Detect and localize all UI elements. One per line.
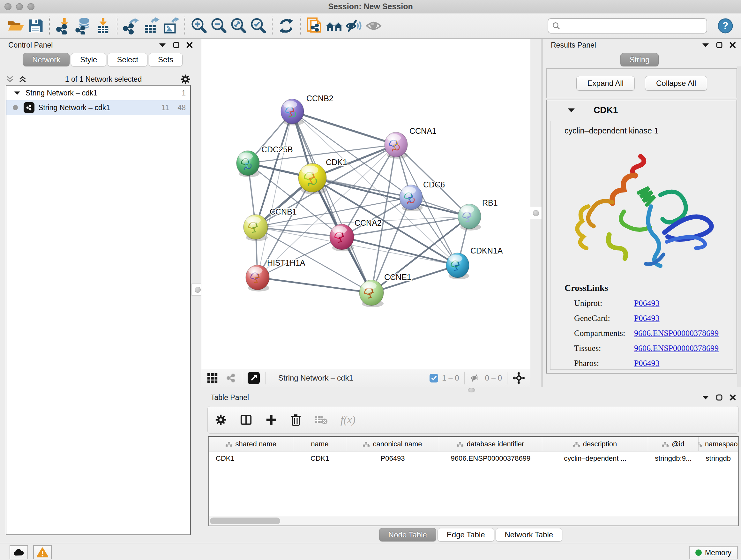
collapse-all-icon[interactable] [6,75,14,83]
edge-CCNB2-CCNA1[interactable] [292,111,396,145]
column-header-database-identifier[interactable]: database identifier [439,437,542,451]
clone-network-button[interactable] [305,16,324,36]
table-options-gear-icon[interactable] [215,414,227,426]
node-CCNA1[interactable] [385,132,408,159]
column-header-@id[interactable]: @id [648,437,698,451]
column-header-canonical-name[interactable]: canonical name [346,437,439,451]
function-builder-icon[interactable]: f(x) [340,414,355,426]
table-cell[interactable]: CDK1 [209,451,293,465]
search-box[interactable] [548,18,707,34]
table-hscrollbar[interactable] [209,516,738,525]
table-float-icon[interactable] [716,394,723,401]
search-input[interactable] [560,22,697,30]
show-hidden-button[interactable] [364,16,384,36]
node-CDC6[interactable] [400,185,422,211]
hide-unhide-button[interactable] [344,16,364,36]
tab-network[interactable]: Network [23,53,70,66]
tab-sets[interactable]: Sets [149,53,183,66]
tab-node-table[interactable]: Node Table [379,528,436,542]
selected-indicator-checkbox[interactable] [429,374,438,382]
tab-style[interactable]: Style [71,53,106,66]
results-menu-icon[interactable] [702,43,709,47]
crosslink-link[interactable]: P06493 [634,359,659,368]
table-cell[interactable]: 9606.ENSP00000378699 [439,451,542,465]
help-button[interactable]: ? [716,16,735,36]
tab-select[interactable]: Select [108,53,147,66]
column-header-description[interactable]: description [542,437,648,451]
birdseye-navigator-icon[interactable] [513,372,525,384]
import-network-database-button[interactable] [73,16,93,36]
refresh-button[interactable] [276,16,296,36]
tab-network-table[interactable]: Network Table [495,528,562,542]
grid-view-icon[interactable] [206,372,218,384]
zoom-in-button[interactable] [189,16,209,36]
export-image-button[interactable] [161,16,181,36]
node-HIST1H1A[interactable] [246,265,269,292]
export-network-button[interactable] [121,16,141,36]
float-panel-icon[interactable] [173,42,179,48]
network-options-gear-icon[interactable] [180,74,191,84]
results-close-icon[interactable] [730,42,736,48]
zoom-fit-button[interactable] [228,16,248,36]
node-CCNA2[interactable] [330,224,354,251]
node-RB1[interactable] [458,204,481,231]
network-canvas[interactable]: CCNB2CCNA1CDC25BCDK1CDC6RB1CCNB1CCNA2CDK… [201,39,530,369]
column-header-shared-name[interactable]: shared name [209,437,293,451]
entry-collapse-icon[interactable] [567,108,575,113]
table-cell[interactable]: stringdb:9... [648,451,698,465]
close-panel-icon[interactable] [186,42,193,48]
collection-expand-icon[interactable] [14,91,20,95]
results-float-icon[interactable] [716,42,723,48]
save-session-button[interactable] [25,16,45,36]
node-CDC25B[interactable] [237,151,259,177]
crosslink-link[interactable]: 9606.ENSP00000378699 [634,344,719,353]
import-network-file-button[interactable] [54,16,73,36]
right-splitter-grip[interactable] [530,207,542,219]
table-cell[interactable]: stringdb [698,451,738,465]
cloud-status-button[interactable] [10,545,28,559]
add-column-icon[interactable] [265,414,277,426]
node-table[interactable]: shared namenamecanonical namedatabase id… [208,436,739,526]
zoom-selected-button[interactable] [248,16,268,36]
maximize-window-button[interactable] [27,3,35,10]
export-table-button[interactable] [141,16,161,36]
collapse-all-button[interactable]: Collapse All [645,76,707,91]
node-CDK1[interactable] [298,164,327,194]
import-table-button[interactable] [93,16,113,36]
network-view-share-icon[interactable] [225,372,237,384]
crosslink-link[interactable]: P06493 [634,314,659,323]
open-session-button[interactable] [6,16,25,36]
node-CDKN1A[interactable] [446,253,469,279]
delete-column-icon[interactable] [290,414,301,426]
table-cell[interactable]: P06493 [346,451,439,465]
network-row[interactable]: String Network – cdk1 11 48 [6,100,190,115]
results-scrollbar[interactable] [737,66,741,387]
network-collection-row[interactable]: String Network – cdk1 1 [6,85,190,100]
home-networks-button[interactable] [324,16,344,36]
show-columns-icon[interactable] [240,414,253,426]
delete-table-icon[interactable] [314,415,328,425]
detach-view-icon[interactable] [247,372,260,384]
warnings-button[interactable] [33,545,52,559]
edge-CCNA2-HIST1H1A[interactable] [258,237,342,277]
tab-string-results[interactable]: String [620,53,659,66]
table-cell[interactable]: CDK1 [293,451,346,465]
panel-menu-icon[interactable] [159,43,166,47]
edge-CCNA2-CDKN1A[interactable] [342,237,458,265]
crosslink-link[interactable]: P06493 [634,299,659,308]
zoom-out-button[interactable] [209,16,228,36]
table-close-icon[interactable] [730,394,736,401]
expand-all-button[interactable]: Expand All [576,76,635,91]
minimize-window-button[interactable] [16,3,23,10]
memory-button[interactable]: Memory [689,546,738,559]
table-hscrollbar-thumb[interactable] [210,517,280,524]
close-window-button[interactable] [4,3,11,10]
table-menu-icon[interactable] [702,395,709,400]
table-row[interactable]: CDK1CDK1P064939606.ENSP00000378699cyclin… [209,451,738,465]
node-CCNB1[interactable] [244,214,268,241]
column-header-name[interactable]: name [293,437,346,451]
tab-edge-table[interactable]: Edge Table [437,528,494,542]
network-graph[interactable]: CCNB2CCNA1CDC25BCDK1CDC6RB1CCNB1CCNA2CDK… [201,39,531,369]
expand-all-icon[interactable] [18,75,27,83]
crosslink-link[interactable]: 9606.ENSP00000378699 [634,328,719,338]
